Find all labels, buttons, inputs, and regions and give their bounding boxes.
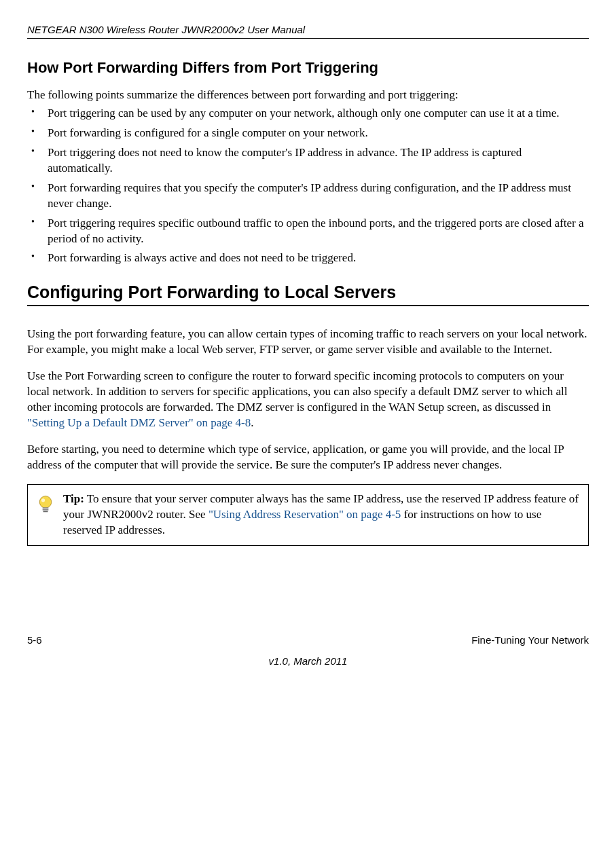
intro-paragraph: The following points summarize the diffe… <box>27 88 589 103</box>
svg-rect-3 <box>43 509 49 511</box>
list-item: Port forwarding is always active and doe… <box>27 251 589 266</box>
para-text-before: Use the Port Forwarding screen to config… <box>27 369 567 413</box>
list-item: Port forwarding is configured for a sing… <box>27 126 589 141</box>
list-item: Port triggering does not need to know th… <box>27 145 589 177</box>
paragraph-dmz: Use the Port Forwarding screen to config… <box>27 369 589 431</box>
section-name: Fine-Tuning Your Network <box>471 634 589 646</box>
section-heading-differs: How Port Forwarding Differs from Port Tr… <box>27 59 589 77</box>
svg-point-1 <box>41 498 45 502</box>
version-date: v1.0, March 2011 <box>27 655 589 667</box>
paragraph-before-starting: Before starting, you need to determine w… <box>27 442 589 473</box>
tip-callout: Tip: To ensure that your server computer… <box>27 484 589 546</box>
para-text-after: . <box>251 416 253 429</box>
lightbulb-icon <box>36 494 55 513</box>
header-divider <box>27 38 589 39</box>
section-heading-configuring: Configuring Port Forwarding to Local Ser… <box>27 282 589 306</box>
document-title: NETGEAR N300 Wireless Router JWNR2000v2 … <box>27 24 589 35</box>
tip-label: Tip: <box>63 492 84 505</box>
page-number: 5-6 <box>27 634 42 646</box>
svg-rect-2 <box>43 507 49 509</box>
svg-point-0 <box>39 496 52 509</box>
link-dmz-server[interactable]: "Setting Up a Default DMZ Server" on pag… <box>27 416 251 429</box>
list-item: Port forwarding requires that you specif… <box>27 181 589 212</box>
link-address-reservation[interactable]: "Using Address Reservation" on page 4-5 <box>209 508 401 521</box>
differences-list: Port triggering can be used by any compu… <box>27 106 589 266</box>
list-item: Port triggering requires specific outbou… <box>27 216 589 247</box>
list-item: Port triggering can be used by any compu… <box>27 106 589 122</box>
tip-content: Tip: To ensure that your server computer… <box>63 492 580 538</box>
paragraph-intro: Using the port forwarding feature, you c… <box>27 327 589 358</box>
svg-rect-4 <box>43 511 48 512</box>
page-footer: 5-6 Fine-Tuning Your Network <box>27 634 589 646</box>
